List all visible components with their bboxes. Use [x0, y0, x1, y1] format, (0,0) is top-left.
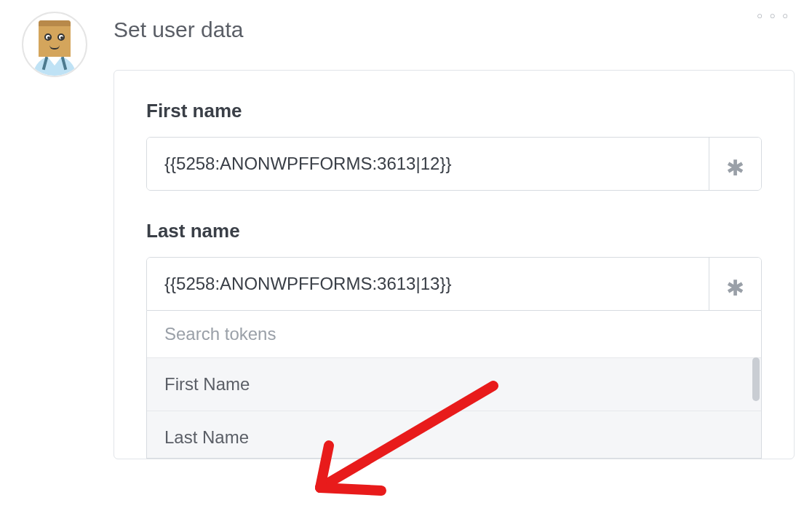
token-item-last-name[interactable]: Last Name	[147, 411, 761, 458]
more-menu-icon[interactable]: ○ ○ ○	[757, 10, 790, 21]
token-search-input[interactable]	[164, 324, 744, 344]
last-name-token-button[interactable]: ✱	[709, 258, 761, 310]
token-dropdown: First Name Last Name	[146, 311, 762, 459]
asterisk-icon: ✱	[726, 277, 744, 299]
last-name-input[interactable]	[147, 258, 709, 310]
section-title: Set user data	[114, 17, 795, 42]
first-name-label: First name	[146, 100, 762, 122]
scrollbar[interactable]	[752, 357, 760, 458]
last-name-label: Last name	[146, 220, 762, 242]
token-item-first-name[interactable]: First Name	[147, 357, 761, 411]
asterisk-icon: ✱	[726, 157, 744, 179]
form-card: First name ✱ Last name ✱ First Name	[114, 70, 795, 459]
avatar	[22, 12, 87, 77]
first-name-token-button[interactable]: ✱	[709, 138, 761, 190]
first-name-input[interactable]	[147, 138, 709, 190]
